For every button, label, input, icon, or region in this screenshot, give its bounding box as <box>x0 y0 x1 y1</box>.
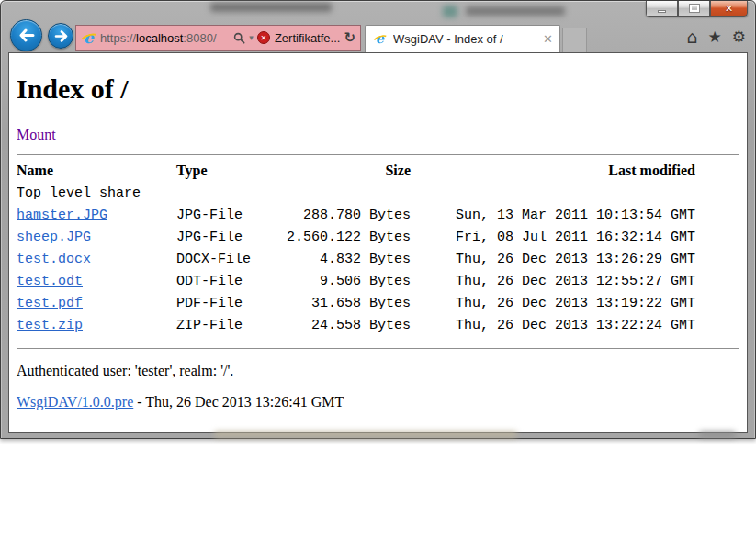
wsgidav-version-link[interactable]: WsgiDAV/1.0.0.pre <box>17 394 133 410</box>
url-port-path: :8080/ <box>183 31 216 45</box>
file-modified: Thu, 26 Dec 2013 13:26:29 GMT <box>411 249 695 271</box>
url-scheme: https:// <box>100 31 136 45</box>
file-type: JPG-File <box>176 205 277 227</box>
window-titlebar[interactable]: ✕ <box>1 1 755 21</box>
file-link[interactable]: test.zip <box>17 318 83 333</box>
window-bottom-frame <box>1 431 755 438</box>
file-modified: Thu, 26 Dec 2013 13:22:24 GMT <box>411 315 695 337</box>
file-link[interactable]: test.docx <box>17 252 91 267</box>
browser-navbar: e https://localhost:8080/ ▾ ✕ Zertifikat… <box>1 21 755 52</box>
refresh-icon[interactable]: ↻ <box>344 29 355 46</box>
file-size: 9.506 Bytes <box>277 271 411 293</box>
column-header-name: Name <box>17 157 176 183</box>
share-note-text: Top level share <box>17 183 695 205</box>
forward-arrow-icon <box>54 30 68 42</box>
file-modified: Fri, 08 Jul 2011 16:32:14 GMT <box>411 227 695 249</box>
background-blur-filename <box>466 6 565 16</box>
file-link[interactable]: hamster.JPG <box>17 208 107 223</box>
maximize-icon <box>690 5 699 12</box>
address-bar[interactable]: e https://localhost:8080/ ▾ ✕ Zertifikat… <box>75 25 361 51</box>
file-type: DOCX-File <box>176 249 277 271</box>
close-button[interactable]: ✕ <box>710 1 748 17</box>
table-header-row: Name Type Size Last modified <box>17 157 695 183</box>
table-row: test.docx DOCX-File 4.832 Bytes Thu, 26 … <box>17 249 695 271</box>
table-row: test.odt ODT-File 9.506 Bytes Thu, 26 De… <box>17 271 695 293</box>
file-size: 288.780 Bytes <box>277 205 411 227</box>
window-controls: ✕ <box>646 1 748 17</box>
tab-title: WsgiDAV - Index of / <box>393 32 503 46</box>
column-header-size: Size <box>277 157 411 183</box>
file-type: ZIP-File <box>176 315 277 337</box>
back-button[interactable] <box>10 19 42 51</box>
bottom-divider <box>17 348 739 349</box>
column-header-modified: Last modified <box>411 157 695 183</box>
file-modified: Thu, 26 Dec 2013 12:55:27 GMT <box>411 271 695 293</box>
url-host: localhost <box>136 31 183 45</box>
background-blur-file-icon <box>443 6 457 17</box>
file-type: ODT-File <box>176 271 277 293</box>
table-row: hamster.JPG JPG-File 288.780 Bytes Sun, … <box>17 205 695 227</box>
ie-page-icon: e <box>81 30 96 46</box>
auth-status-text: Authenticated user: 'tester', realm: '/'… <box>17 363 739 379</box>
background-blur-blob <box>214 432 517 437</box>
file-type: JPG-File <box>176 227 277 249</box>
settings-gear-icon[interactable]: ⚙ <box>732 28 746 46</box>
home-icon[interactable]: ⌂ <box>686 27 697 47</box>
file-listing-table: Name Type Size Last modified Top level s… <box>17 157 695 337</box>
forward-button[interactable] <box>48 23 73 49</box>
browser-window: ✕ e https://localhost:8080/ ▾ ✕ Zertifik… <box>0 0 756 439</box>
file-type: PDF-File <box>176 293 277 315</box>
file-link[interactable]: test.pdf <box>17 296 83 311</box>
favorites-star-icon[interactable]: ★ <box>708 28 722 46</box>
page-content: Index of / Mount Name Type Size Last mod… <box>8 52 748 433</box>
file-modified: Sun, 13 Mar 2011 10:13:54 GMT <box>411 205 695 227</box>
table-row: test.zip ZIP-File 24.558 Bytes Thu, 26 D… <box>17 315 695 337</box>
file-size: 31.658 Bytes <box>277 293 411 315</box>
search-icon[interactable] <box>233 32 245 44</box>
table-row-share-note: Top level share <box>17 183 695 205</box>
certificate-error-icon: ✕ <box>257 31 270 44</box>
table-row: sheep.JPG JPG-File 2.560.122 Bytes Fri, … <box>17 227 695 249</box>
maximize-button[interactable] <box>678 1 710 17</box>
top-divider <box>17 154 739 155</box>
url-text: https://localhost:8080/ <box>100 31 230 45</box>
minimize-icon <box>658 10 666 13</box>
column-header-type: Type <box>176 157 277 183</box>
background-blur-blob <box>699 432 736 437</box>
back-arrow-icon <box>18 28 35 42</box>
file-size: 2.560.122 Bytes <box>277 227 411 249</box>
search-dropdown-caret-icon[interactable]: ▾ <box>249 33 254 42</box>
page-title: Index of / <box>17 73 739 105</box>
mount-link[interactable]: Mount <box>17 127 56 142</box>
server-timestamp: - Thu, 26 Dec 2013 13:26:41 GMT <box>133 394 344 410</box>
tab-favicon-ie-icon: e <box>373 32 386 45</box>
browser-action-icons: ⌂ ★ ⚙ <box>686 27 746 47</box>
file-size: 4.832 Bytes <box>277 249 411 271</box>
minimize-button[interactable] <box>646 1 678 17</box>
close-icon: ✕ <box>725 3 733 15</box>
tab-close-icon[interactable]: ✕ <box>543 32 553 46</box>
file-link[interactable]: test.odt <box>17 274 83 289</box>
background-blur-blob <box>210 3 332 12</box>
file-modified: Thu, 26 Dec 2013 13:19:22 GMT <box>411 293 695 315</box>
file-link[interactable]: sheep.JPG <box>17 230 91 245</box>
file-size: 24.558 Bytes <box>277 315 411 337</box>
new-tab-button[interactable] <box>562 28 587 52</box>
certificate-error-button[interactable]: ✕ Zertifikatfe... <box>257 31 341 45</box>
tab-wsgidav-index[interactable]: e WsgiDAV - Index of / ✕ <box>365 25 560 52</box>
table-row: test.pdf PDF-File 31.658 Bytes Thu, 26 D… <box>17 293 695 315</box>
certificate-error-label: Zertifikatfe... <box>275 31 341 45</box>
